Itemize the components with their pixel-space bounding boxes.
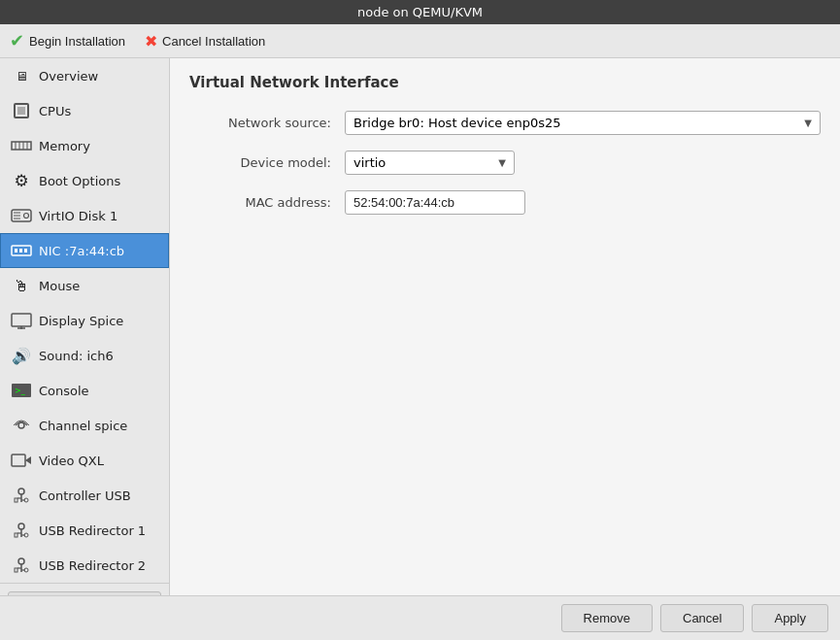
disk-icon bbox=[11, 205, 32, 226]
cancel-installation-button[interactable]: ✖ Cancel Installation bbox=[145, 32, 265, 51]
sidebar-item-usb-redirector-1[interactable]: USB Redirector 1 bbox=[0, 513, 169, 548]
section-title: Virtual Network Interface bbox=[189, 74, 821, 91]
cancel-icon: ✖ bbox=[145, 32, 157, 51]
sidebar-item-display-spice[interactable]: Display Spice bbox=[0, 303, 169, 338]
svg-rect-22 bbox=[12, 455, 25, 466]
sidebar-item-overview[interactable]: 🖥 Overview bbox=[0, 58, 169, 93]
sidebar-item-controller-usb[interactable]: Controller USB bbox=[0, 478, 169, 513]
network-source-dropdown[interactable]: Bridge br0: Host device enp0s25 ▼ bbox=[345, 111, 821, 135]
usb-redirect-2-icon bbox=[11, 555, 32, 576]
sidebar-item-mouse[interactable]: 🖱 Mouse bbox=[0, 268, 169, 303]
apply-button[interactable]: Apply bbox=[752, 604, 828, 632]
sidebar-item-memory[interactable]: Memory bbox=[0, 128, 169, 163]
svg-rect-14 bbox=[19, 249, 22, 253]
toolbar: ✔ Begin Installation ✖ Cancel Installati… bbox=[0, 24, 840, 58]
sidebar-item-label: Mouse bbox=[39, 279, 80, 293]
device-model-value: virtio bbox=[353, 155, 386, 170]
mouse-icon: 🖱 bbox=[11, 275, 32, 296]
sidebar-item-cpus[interactable]: CPUs bbox=[0, 93, 169, 128]
svg-rect-39 bbox=[15, 568, 17, 572]
sidebar-item-label: Memory bbox=[39, 139, 90, 153]
svg-rect-13 bbox=[15, 249, 17, 253]
channel-icon bbox=[11, 415, 32, 436]
window-title: node on QEMU/KVM bbox=[357, 5, 483, 19]
remove-button[interactable]: Remove bbox=[561, 604, 653, 632]
sidebar-item-label: Boot Options bbox=[39, 174, 120, 188]
svg-point-36 bbox=[18, 558, 24, 564]
sidebar: 🖥 Overview CPUs Memory ⚙ Boot Options Vi… bbox=[0, 58, 170, 595]
cpu-icon bbox=[11, 100, 32, 121]
svg-text:>_: >_ bbox=[15, 387, 26, 395]
sound-icon: 🔊 bbox=[11, 345, 32, 366]
network-source-label: Network source: bbox=[189, 116, 345, 130]
sidebar-item-label: NIC :7a:44:cb bbox=[39, 244, 124, 258]
sidebar-item-label: CPUs bbox=[39, 104, 71, 118]
device-model-label: Device model: bbox=[189, 155, 345, 170]
network-source-row: Network source: Bridge br0: Host device … bbox=[189, 111, 821, 135]
network-source-control: Bridge br0: Host device enp0s25 ▼ bbox=[345, 111, 821, 135]
title-bar: node on QEMU/KVM bbox=[0, 0, 840, 24]
svg-rect-33 bbox=[15, 533, 17, 537]
footer: Remove Cancel Apply bbox=[0, 595, 840, 640]
svg-marker-23 bbox=[25, 456, 31, 464]
sidebar-item-label: Channel spice bbox=[39, 419, 127, 433]
sidebar-item-video-qxl[interactable]: Video QXL bbox=[0, 443, 169, 478]
sidebar-item-boot-options[interactable]: ⚙ Boot Options bbox=[0, 163, 169, 198]
sidebar-item-label: Console bbox=[39, 384, 89, 398]
sidebar-item-label: Display Spice bbox=[39, 314, 123, 328]
sidebar-item-channel-spice[interactable]: Channel spice bbox=[0, 408, 169, 443]
sidebar-item-label: Video QXL bbox=[39, 454, 104, 468]
svg-point-8 bbox=[24, 214, 29, 219]
sidebar-item-label: Controller USB bbox=[39, 488, 131, 503]
sidebar-item-usb-redirector-2[interactable]: USB Redirector 2 bbox=[0, 548, 169, 583]
svg-rect-27 bbox=[15, 498, 17, 502]
sidebar-bottom: Add Hardware bbox=[0, 583, 169, 595]
begin-icon: ✔ bbox=[10, 30, 24, 51]
cancel-button[interactable]: Cancel bbox=[660, 604, 744, 632]
console-icon: >_ bbox=[11, 380, 32, 401]
content-area: Virtual Network Interface Network source… bbox=[170, 58, 840, 595]
sidebar-item-label: Sound: ich6 bbox=[39, 349, 114, 363]
sidebar-item-virtio-disk-1[interactable]: VirtIO Disk 1 bbox=[0, 198, 169, 233]
sidebar-item-label: VirtIO Disk 1 bbox=[39, 209, 118, 223]
svg-rect-1 bbox=[17, 107, 25, 115]
svg-rect-16 bbox=[12, 314, 31, 326]
svg-point-24 bbox=[18, 488, 24, 494]
monitor-icon: 🖥 bbox=[11, 65, 32, 86]
sidebar-item-label: USB Redirector 2 bbox=[39, 558, 146, 573]
mac-address-control bbox=[345, 190, 525, 215]
memory-icon bbox=[11, 135, 32, 156]
svg-point-30 bbox=[18, 523, 24, 529]
svg-rect-15 bbox=[24, 249, 27, 253]
sidebar-item-sound-ich6[interactable]: 🔊 Sound: ich6 bbox=[0, 338, 169, 373]
network-source-value: Bridge br0: Host device enp0s25 bbox=[353, 116, 561, 130]
device-model-row: Device model: virtio ▼ bbox=[189, 151, 821, 175]
display-spice-icon bbox=[11, 310, 32, 331]
main-area: 🖥 Overview CPUs Memory ⚙ Boot Options Vi… bbox=[0, 58, 840, 595]
svg-rect-2 bbox=[12, 142, 31, 150]
cancel-label: Cancel Installation bbox=[162, 34, 265, 49]
device-model-arrow-icon: ▼ bbox=[498, 157, 506, 168]
gear-icon: ⚙ bbox=[11, 170, 32, 191]
dropdown-arrow-icon: ▼ bbox=[804, 118, 812, 128]
begin-label: Begin Installation bbox=[29, 34, 125, 49]
svg-point-21 bbox=[18, 422, 24, 428]
mac-address-row: MAC address: bbox=[189, 190, 821, 215]
mac-address-label: MAC address: bbox=[189, 195, 345, 210]
sidebar-item-label: USB Redirector 1 bbox=[39, 523, 146, 538]
usb-redirect-1-icon bbox=[11, 520, 32, 541]
device-model-dropdown[interactable]: virtio ▼ bbox=[345, 151, 515, 175]
video-icon bbox=[11, 450, 32, 471]
sidebar-item-nic[interactable]: NIC :7a:44:cb bbox=[0, 233, 169, 268]
sidebar-item-label: Overview bbox=[39, 69, 98, 84]
device-model-control: virtio ▼ bbox=[345, 151, 515, 175]
begin-installation-button[interactable]: ✔ Begin Installation bbox=[10, 30, 125, 51]
mac-address-input[interactable] bbox=[345, 190, 525, 215]
nic-icon bbox=[11, 240, 32, 261]
usb-controller-icon bbox=[11, 485, 32, 506]
sidebar-item-console[interactable]: >_ Console bbox=[0, 373, 169, 408]
